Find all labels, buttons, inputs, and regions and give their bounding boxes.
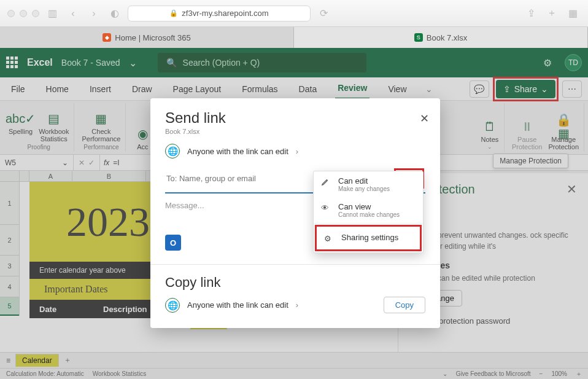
col-header-b[interactable]: B [72,171,146,181]
accessibility-button[interactable]: ◉Acc [133,126,152,150]
tab-review[interactable]: Review [335,78,369,100]
col-date-label: Date [29,305,103,314]
more-button[interactable]: ⋯ [562,80,582,98]
spelling-button[interactable]: abc✓Spelling [9,111,33,143]
row-header-2[interactable]: 2 [0,225,19,256]
chevron-right-icon: › [296,300,298,310]
tab-insert[interactable]: Insert [87,79,114,99]
pencil-icon [321,176,332,186]
row-header-1[interactable]: 1 [0,182,19,225]
zoom-in-icon[interactable]: ＋ [576,370,582,378]
copy-link-scope-button[interactable]: 🌐 Anyone with the link can edit › [165,298,298,313]
close-panel-icon[interactable]: ✕ [567,182,577,197]
zoom-window-icon[interactable] [32,10,39,17]
dialog-title: Send link [165,109,425,127]
link-scope-button[interactable]: 🌐 Anyone with the link can edit › [165,144,425,158]
address-text: zf3vr-my.sharepoint.com [182,9,268,18]
formula-input[interactable]: =I [113,158,119,167]
zoom-out-icon[interactable]: − [540,370,543,377]
settings-icon[interactable]: ⚙ [539,54,556,71]
ribbon-chevron-icon[interactable]: ⌄ [425,84,433,94]
help-dropdown-icon[interactable]: ⌄ [443,370,447,377]
row-header-5[interactable]: 5 [0,297,19,316]
select-all-corner[interactable] [0,171,20,181]
back-icon[interactable]: ‹ [65,7,81,20]
highlight-share: ⇪ Share ⌄ [493,77,559,101]
avatar[interactable]: TD [565,54,582,71]
share-button[interactable]: ⇪ Share ⌄ [496,80,555,98]
search-input[interactable]: 🔍 Search (Option + Q) [158,53,366,72]
tab-view[interactable]: View [385,79,409,99]
group-label: Proofing [28,144,50,150]
close-dialog-icon[interactable]: ✕ [420,112,429,125]
app-launcher-icon[interactable] [6,57,18,69]
status-bar: Calculation Mode: Automatic Workbook Sta… [0,368,588,379]
col-desc-label: Description [103,305,147,314]
wb-stats-status[interactable]: Workbook Statistics [93,370,147,377]
feedback-link[interactable]: Give Feedback to Microsoft [456,370,531,377]
excel-header: Excel Book 7 - Saved ⌄ 🔍 Search (Option … [0,48,588,77]
notes-button[interactable]: 🗒Notes⌄ [481,119,499,150]
browser-tab-home[interactable]: ◆ Home | Microsoft 365 [0,27,294,48]
tab-file[interactable]: File [9,79,28,99]
globe-icon: 🌐 [165,144,180,158]
chevron-right-icon: › [296,147,298,156]
browser-tab-book7[interactable]: S Book 7.xlsx [294,27,588,48]
manage-protection-tooltip: Manage Protection [493,154,568,168]
tab-home[interactable]: Home [44,79,71,99]
browser-toolbar: ▥ ‹ › ◐ 🔒 zf3vr-my.sharepoint.com ⟳ ⇪ ＋ … [0,0,588,27]
pause-protection-button[interactable]: ⏸Pause Protection [512,119,543,150]
zoom-level[interactable]: 100% [551,370,567,377]
perm-can-edit[interactable]: Can editMake any changes [314,171,423,197]
fx-icon[interactable]: fx [100,158,113,167]
app-name: Excel [27,57,53,68]
minimize-window-icon[interactable] [20,10,27,17]
close-window-icon[interactable] [7,10,15,17]
tab-page-layout[interactable]: Page Layout [171,79,224,99]
row-header-3[interactable]: 3 [0,256,19,276]
col-gutter [20,171,29,181]
search-icon: 🔍 [166,58,177,68]
doc-title[interactable]: Book 7 - Saved [61,58,120,68]
outlook-icon[interactable]: O [165,235,181,251]
globe-icon: 🌐 [165,298,180,313]
forward-icon[interactable]: › [86,7,102,20]
perm-can-view[interactable]: 👁 Can viewCannot make changes [314,197,423,223]
sidebar-toggle-icon[interactable]: ▥ [44,7,60,20]
accept-formula-icon[interactable]: ✓ [88,158,95,167]
doc-dropdown-icon[interactable]: ⌄ [129,57,137,69]
comments-button[interactable]: 💬 [470,80,489,98]
workbook-statistics-button[interactable]: ▤Workbook Statistics [39,111,69,143]
row-header-4[interactable]: 4 [0,276,19,297]
tab-formulas[interactable]: Formulas [239,79,280,99]
reload-icon[interactable]: ⟳ [315,7,331,20]
group-label: Performance [83,144,118,150]
cancel-formula-icon[interactable]: ✕ [79,158,85,167]
permission-menu: Can editMake any changes 👁 Can viewCanno… [313,171,424,253]
all-sheets-icon[interactable]: ≡ [6,356,10,365]
check-performance-button[interactable]: ▦Check Performance [82,111,120,143]
share-icon: ⇪ [503,84,511,94]
tab-data[interactable]: Data [296,79,320,99]
name-box[interactable]: W5⌄ [0,155,74,170]
share-os-icon[interactable]: ⇪ [523,7,539,20]
browser-tab-bar: ◆ Home | Microsoft 365 S Book 7.xlsx [0,27,588,48]
dialog-filename: Book 7.xlsx [165,128,425,135]
share-label: Share [514,84,537,94]
sharing-settings-item[interactable]: ⚙ Sharing settings [315,225,422,251]
manage-protection-button[interactable]: 🔒▦Manage Protection [548,119,579,150]
chevron-down-icon: ⌄ [541,84,548,94]
sheet-tab-calendar[interactable]: Calendar [15,354,59,367]
calc-mode[interactable]: Calculation Mode: Automatic [6,370,84,377]
copy-button[interactable]: Copy [384,297,425,313]
gear-icon: ⚙ [324,233,335,243]
address-bar[interactable]: 🔒 zf3vr-my.sharepoint.com [128,6,311,21]
chevron-down-icon[interactable]: ⌄ [62,158,68,167]
tab-draw[interactable]: Draw [130,79,155,99]
ms365-icon: ◆ [103,33,111,42]
col-header-a[interactable]: A [29,171,72,181]
tabs-icon[interactable]: ▦ [565,7,581,20]
add-sheet-icon[interactable]: ＋ [64,355,71,365]
new-tab-icon[interactable]: ＋ [544,7,560,20]
shield-icon[interactable]: ◐ [107,7,123,20]
